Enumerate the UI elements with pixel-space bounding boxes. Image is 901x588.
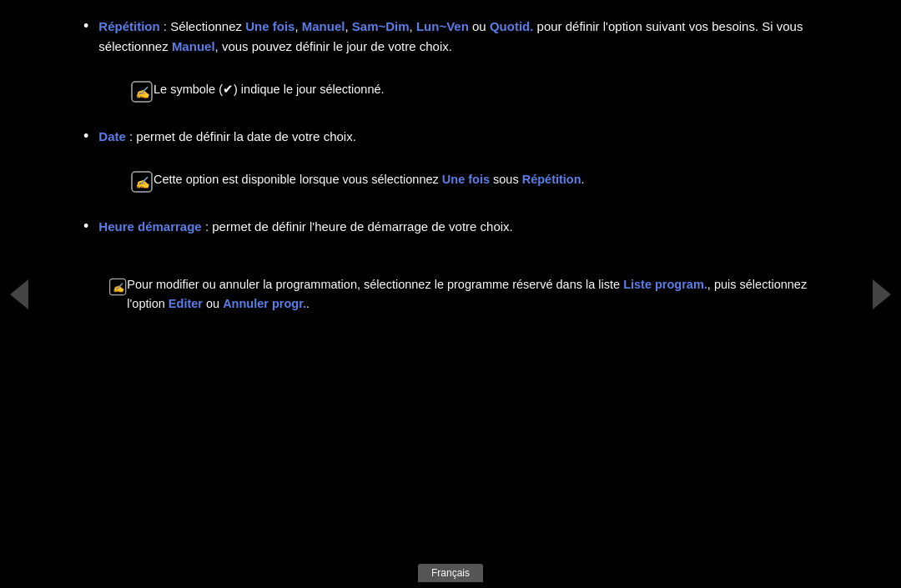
lun-ven-link: Lun~Ven <box>416 19 469 33</box>
note-2: ✍ Cette option est disponible lorsque vo… <box>105 167 818 204</box>
note2-text3: . <box>581 173 585 186</box>
repetition-ou: ou <box>469 19 490 33</box>
date-text1: : permet de définir la date de votre cho… <box>126 129 356 143</box>
repetition-comma2: , <box>345 19 351 33</box>
note-1: ✍ Le symbole (✔) indique le jour sélecti… <box>105 77 818 113</box>
annuler-progr-link: Annuler progr. <box>223 297 306 310</box>
editer-link: Editer <box>169 297 203 310</box>
une-fois-link: Une fois <box>245 19 294 33</box>
liste-program-link: Liste program. <box>623 278 707 291</box>
bullet-dot-2: • <box>83 128 88 145</box>
note-1-text: Le symbole (✔) indique le jour sélection… <box>154 80 385 99</box>
note2-text2: sous <box>490 173 522 186</box>
heure-text: Heure démarrage : permet de définir l'he… <box>98 217 512 237</box>
note2-text1: Cette option est disponible lorsque vous… <box>154 173 442 186</box>
nav-arrow-right[interactable] <box>869 274 894 315</box>
repetition-text: Répétition : Sélectionnez Une fois, Manu… <box>98 17 818 57</box>
nav-arrow-left[interactable] <box>7 274 32 315</box>
footer-text1: Pour modifier ou annuler la programmatio… <box>127 278 623 291</box>
repetition-comma3: , <box>410 19 416 33</box>
date-text: Date : permet de définir la date de votr… <box>98 127 356 147</box>
date-label: Date <box>98 129 126 143</box>
sam-dim-link: Sam~Dim <box>352 19 410 33</box>
bullet-dot-3: • <box>83 218 88 235</box>
repetition-text1: : Sélectionnez <box>160 19 246 33</box>
bullet-date: • Date : permet de définir la date de vo… <box>83 127 818 155</box>
footer-text3: ou <box>203 297 223 310</box>
repetition-text3: , vous pouvez définir le jour de votre c… <box>215 39 452 53</box>
footer-text4: . <box>306 297 310 310</box>
language-tab[interactable]: Français <box>418 564 483 582</box>
right-arrow-icon <box>873 279 891 309</box>
manuel-link1: Manuel <box>302 19 345 33</box>
left-arrow-icon <box>10 279 28 309</box>
note-icon-3: ✍ <box>108 275 127 299</box>
note2-une-fois: Une fois <box>442 173 490 186</box>
heure-label: Heure démarrage <box>98 219 201 234</box>
note-icon-1: ✍ <box>130 80 154 103</box>
footer-note-text: Pour modifier ou annuler la programmatio… <box>127 275 818 314</box>
note-2-text: Cette option est disponible lorsque vous… <box>154 170 585 189</box>
manuel-link2: Manuel <box>172 39 215 53</box>
note-icon-2: ✍ <box>130 170 154 193</box>
quotid-link: Quotid. <box>490 19 534 33</box>
footer-note-section: ✍ Pour modifier ou annuler la programmat… <box>83 272 818 324</box>
bullet-dot-1: • <box>83 18 88 35</box>
svg-text:✍: ✍ <box>134 176 153 190</box>
svg-text:✍: ✍ <box>112 282 127 294</box>
heure-text1: : permet de définir l'heure de démarrage… <box>202 219 513 234</box>
svg-text:✍: ✍ <box>134 86 153 100</box>
main-content: • Répétition : Sélectionnez Une fois, Ma… <box>50 0 851 555</box>
note2-repetition: Répétition <box>522 173 581 186</box>
bottom-language-bar: Français <box>0 558 901 588</box>
repetition-label: Répétition <box>98 19 159 33</box>
bullet-repetition: • Répétition : Sélectionnez Une fois, Ma… <box>83 17 818 65</box>
repetition-comma1: , <box>294 19 301 33</box>
bullet-heure: • Heure démarrage : permet de définir l'… <box>83 217 818 245</box>
